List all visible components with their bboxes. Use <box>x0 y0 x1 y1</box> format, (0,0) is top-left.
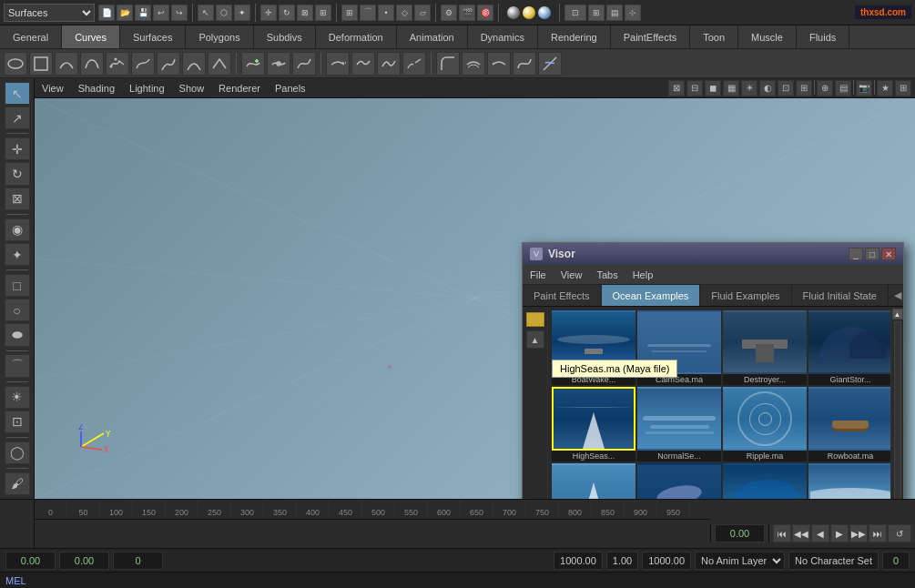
align-icon[interactable] <box>402 52 426 76</box>
mode-dropdown[interactable]: SurfacesPolygonsSurfaces <box>4 4 95 22</box>
snap-plane-icon[interactable]: ▱ <box>414 5 431 21</box>
box-tool[interactable]: □ <box>5 274 30 297</box>
attach-icon[interactable] <box>377 52 401 76</box>
panels-menu[interactable]: Panels <box>271 83 310 94</box>
lighting-menu[interactable]: Lighting <box>126 83 168 94</box>
camera-tool[interactable]: ⊡ <box>5 411 30 433</box>
visor-scroll-track[interactable] <box>894 321 901 499</box>
play-fwd-btn[interactable]: ▶ <box>830 524 849 542</box>
arc-icon[interactable] <box>182 52 206 76</box>
thumb-calmsea[interactable]: CalmSea.ma <box>637 310 721 385</box>
add-pt-icon[interactable] <box>241 52 265 76</box>
tab-polygons[interactable]: Polygons <box>186 25 253 48</box>
cam-icons[interactable]: 📷 <box>856 80 872 96</box>
thumb-sailboat[interactable]: SailboatW... <box>552 463 635 499</box>
move-icon[interactable]: ✛ <box>260 5 277 21</box>
visor-maximize-btn[interactable]: □ <box>865 248 879 260</box>
tab-rendering[interactable]: Rendering <box>538 25 611 48</box>
arc2-icon[interactable] <box>208 52 231 76</box>
bezier2-icon[interactable] <box>80 52 104 76</box>
anim-layer-select[interactable]: No Anim Layer <box>695 552 785 570</box>
visor-file-menu[interactable]: File <box>526 269 550 280</box>
curve-ep-icon[interactable] <box>131 52 155 76</box>
curve-tool-btn[interactable]: ⌒ <box>5 354 30 377</box>
snap-point-icon[interactable]: • <box>378 5 394 21</box>
hypergraph-icon[interactable]: ⊹ <box>625 5 641 21</box>
view-menu[interactable]: View <box>38 83 67 94</box>
thumb-ripple[interactable]: Ripple.ma <box>723 387 807 461</box>
brush-tool[interactable]: 🖌 <box>5 472 30 495</box>
shade-sphere-1[interactable] <box>507 6 520 19</box>
tab-painteffects[interactable]: PaintEffects <box>611 25 691 48</box>
thumb-rowboat[interactable]: Rowboat.ma <box>808 387 890 461</box>
bezier1-icon[interactable] <box>55 52 78 76</box>
visor-tab-paint-effects[interactable]: Paint Effects <box>523 285 602 306</box>
rotate-icon[interactable]: ↻ <box>279 5 295 21</box>
shade-sphere-3[interactable] <box>538 6 551 19</box>
visor-view-menu[interactable]: View <box>557 269 586 280</box>
snap-grid-icon[interactable]: ⊞ <box>341 5 358 21</box>
visor-tabs-menu[interactable]: Tabs <box>593 269 621 280</box>
thumb-destroyer[interactable]: Destroyer... <box>723 310 807 385</box>
undo-icon[interactable]: ↩ <box>153 5 169 21</box>
hud-icon[interactable]: ▤ <box>835 80 851 96</box>
tab-subdivs[interactable]: Subdivs <box>254 25 316 48</box>
detach-icon[interactable] <box>351 52 375 76</box>
transform-icon[interactable]: ⊞ <box>315 5 331 21</box>
folder-icon[interactable] <box>526 312 544 327</box>
offset-icon[interactable] <box>462 52 485 76</box>
fillet-icon[interactable] <box>436 52 460 76</box>
render-icon[interactable]: 🎬 <box>459 5 475 21</box>
y-coord-input[interactable] <box>59 552 109 570</box>
tab-surfaces[interactable]: Surfaces <box>120 25 186 48</box>
bookmark-icon[interactable]: ★ <box>877 80 893 96</box>
viewport-3d[interactable]: Y X Z persp V Visor _ □ <box>35 98 915 499</box>
tab-toon[interactable]: Toon <box>690 25 738 48</box>
lasso-icon[interactable]: ⬡ <box>216 5 232 21</box>
scale-icon[interactable]: ⊠ <box>297 5 313 21</box>
go-end-btn[interactable]: ⏭ <box>869 524 887 542</box>
layout-icon2[interactable]: ⊞ <box>895 80 911 96</box>
shading-menu[interactable]: Shading <box>75 83 118 94</box>
soft-select-tool[interactable]: ✦ <box>5 243 30 266</box>
select-mask-icon[interactable]: ⊠ <box>668 80 685 96</box>
wireframe-icon[interactable]: ⊟ <box>686 80 703 96</box>
scale-tool[interactable]: ⊠ <box>5 188 30 210</box>
light-tool[interactable]: ☀ <box>5 386 30 409</box>
loop-btn[interactable]: ↺ <box>888 524 911 542</box>
thumb-underwater[interactable]: Underwat... <box>723 463 807 499</box>
circle-tool[interactable]: ◯ <box>5 441 30 464</box>
save-icon[interactable]: 💾 <box>135 5 151 21</box>
select-tool[interactable]: ↖ <box>5 82 30 105</box>
redo-icon[interactable]: ↪ <box>171 5 188 21</box>
playback-speed-input[interactable] <box>882 552 910 570</box>
visor-tab-fluid-initial[interactable]: Fluid Initial State <box>792 285 889 306</box>
shadow-icon[interactable]: ◐ <box>759 80 776 96</box>
history-icon[interactable]: ⚙ <box>441 5 457 21</box>
tab-dynamics[interactable]: Dynamics <box>468 25 538 48</box>
tab-deformation[interactable]: Deformation <box>316 25 397 48</box>
visor-titlebar[interactable]: V Visor _ □ ✕ <box>523 243 903 265</box>
sphere-tool[interactable]: ○ <box>5 299 30 321</box>
thumb-giantstor[interactable]: GiantStor... <box>808 310 890 385</box>
texture-icon[interactable]: ▦ <box>723 80 739 96</box>
layout-icon[interactable]: ⊞ <box>588 5 605 21</box>
visor-tab-prev-arrow[interactable]: ◀ <box>889 286 903 305</box>
tab-animation[interactable]: Animation <box>397 25 468 48</box>
open-icon[interactable]: 📂 <box>117 5 133 21</box>
thumb-highseas[interactable]: HighSeas... HighSeas.ma (Maya file) <box>552 387 635 461</box>
paint-select-icon[interactable]: ✦ <box>234 5 250 21</box>
show-ui-icon[interactable]: ▤ <box>606 5 623 21</box>
insert-knot-icon[interactable] <box>267 52 290 76</box>
tab-fluids[interactable]: Fluids <box>797 25 849 48</box>
move-tool[interactable]: ✛ <box>5 137 30 160</box>
curve-cv-icon[interactable] <box>106 52 129 76</box>
play-back-btn[interactable]: ◀ <box>811 524 829 542</box>
thumb-sharkwak[interactable]: SharkWak... <box>637 463 721 499</box>
select-component-tool[interactable]: ↗ <box>5 106 30 129</box>
square-curve-icon[interactable] <box>29 52 53 76</box>
rebuild-icon[interactable] <box>292 52 316 76</box>
xray-icon[interactable]: ⊡ <box>778 80 794 96</box>
z-coord-input[interactable] <box>113 552 163 570</box>
show-menu[interactable]: Show <box>176 83 208 94</box>
